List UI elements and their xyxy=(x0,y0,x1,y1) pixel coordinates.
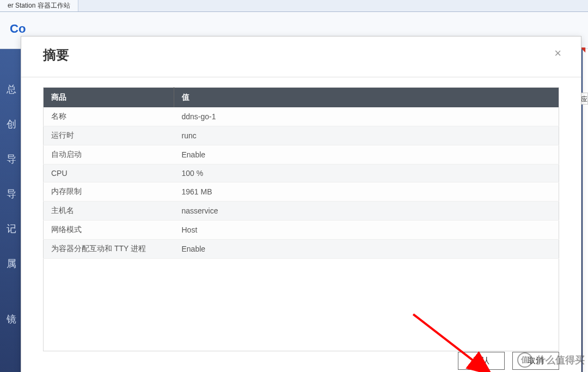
modal-header: 摘要 × xyxy=(21,36,581,77)
row-value: ddns-go-1 xyxy=(174,107,559,126)
table-header-row: 商品 值 xyxy=(44,88,559,108)
summary-table: 商品 值 名称ddns-go-1运行时runc自动启动EnableCPU100 … xyxy=(43,87,559,351)
table-row: 主机名nasservice xyxy=(44,202,559,221)
row-value: Enable xyxy=(174,240,559,259)
row-value: 100 % xyxy=(174,164,559,182)
table-header-label: 商品 xyxy=(44,88,174,108)
browser-tab-bar: er Station 容器工作站 xyxy=(0,0,588,12)
row-label: CPU xyxy=(44,164,174,182)
table-row: 运行时runc xyxy=(44,126,559,145)
row-value: Host xyxy=(174,221,559,240)
row-label: 运行时 xyxy=(44,126,174,145)
row-label: 自动启动 xyxy=(44,145,174,164)
table-row: 自动启动Enable xyxy=(44,145,559,164)
row-label: 为容器分配互动和 TTY 进程 xyxy=(44,240,174,259)
table-row: 为容器分配互动和 TTY 进程Enable xyxy=(44,240,559,259)
row-value: Enable xyxy=(174,145,559,164)
table-row: 名称ddns-go-1 xyxy=(44,107,559,126)
modal-body: 商品 值 名称ddns-go-1运行时runc自动启动EnableCPU100 … xyxy=(21,77,581,339)
summary-modal: 摘要 × 商品 值 名称ddns-go-1运行时runc自动启动EnableCP… xyxy=(21,36,581,372)
table-row: 网络模式Host xyxy=(44,221,559,240)
row-label: 名称 xyxy=(44,107,174,126)
row-value: runc xyxy=(174,126,559,145)
table-row: 内存限制1961 MB xyxy=(44,182,559,202)
table-header-value: 值 xyxy=(174,88,559,108)
row-value: 1961 MB xyxy=(174,182,559,202)
row-value: nasservice xyxy=(174,202,559,221)
row-label: 内存限制 xyxy=(44,182,174,202)
confirm-button[interactable]: 确认 xyxy=(458,352,505,370)
modal-title: 摘要 xyxy=(43,46,69,64)
table-filler xyxy=(44,259,559,351)
browser-tab[interactable]: er Station 容器工作站 xyxy=(0,0,78,11)
table-row: CPU100 % xyxy=(44,164,559,182)
browser-tab-label: er Station 容器工作站 xyxy=(8,1,70,10)
row-label: 主机名 xyxy=(44,202,174,221)
row-label: 网络模式 xyxy=(44,221,174,240)
cancel-button[interactable]: 取消 xyxy=(512,352,559,370)
modal-footer: 确认 取消 xyxy=(458,352,559,370)
close-icon[interactable]: × xyxy=(552,46,564,60)
modal-overlay: 摘要 × 商品 值 名称ddns-go-1运行时runc自动启动EnableCP… xyxy=(0,12,588,372)
